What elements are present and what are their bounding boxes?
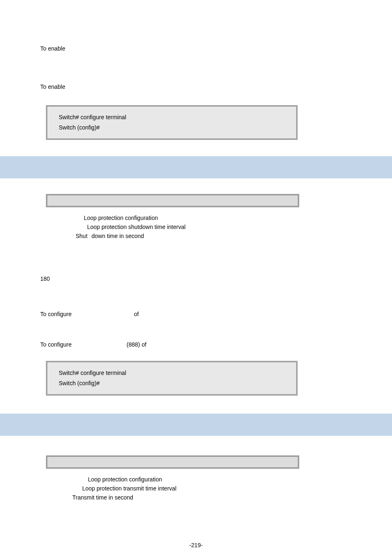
page-number: -219- (0, 542, 392, 548)
usage-text: To configure (40, 311, 71, 317)
param-line: Loop protection shutdown time interval (76, 224, 352, 230)
param-text: Loop protection shutdown time interval (87, 224, 186, 230)
default-value: 180 (40, 275, 352, 282)
param-text: Transmit time in second (72, 494, 133, 501)
param-text: Shut (76, 233, 88, 239)
param-text: Loop protection configuration (84, 215, 158, 221)
terminal-box-2: Switch# configure terminal Switch (confi… (46, 361, 297, 395)
usage-line-2: To configure (888) of (40, 341, 352, 348)
syntax-box-1 (46, 194, 299, 207)
param-line: Loop protection configuration (76, 476, 352, 483)
syntax-box-2 (46, 456, 299, 469)
param-text: Loop protection configuration (88, 476, 162, 483)
terminal-line: Switch# configure terminal (59, 113, 285, 122)
usage-text: (888) of (127, 341, 146, 348)
param-line: Shut down time in second (76, 233, 352, 239)
param-line: Loop protection transmit time interval (76, 485, 352, 492)
usage-text: To configure (40, 341, 71, 348)
enable-text-1: To enable (40, 44, 352, 53)
param-line: Loop protection configuration (76, 215, 352, 221)
param-text: down time in second (92, 233, 144, 239)
terminal-line: Switch# configure terminal (59, 369, 285, 377)
usage-text: of (134, 311, 139, 317)
usage-line-1: To configure of (40, 311, 352, 317)
section-banner-2 (0, 414, 392, 436)
terminal-line: Switch (config)# (59, 123, 285, 132)
param-line: Transmit time in second (72, 494, 352, 501)
enable-text-2: To enable (40, 83, 352, 91)
param-text: Loop protection transmit time interval (82, 485, 177, 492)
section-banner-1 (0, 156, 392, 178)
terminal-box-1: Switch# configure terminal Switch (confi… (46, 105, 297, 140)
terminal-line: Switch (config)# (59, 379, 285, 388)
